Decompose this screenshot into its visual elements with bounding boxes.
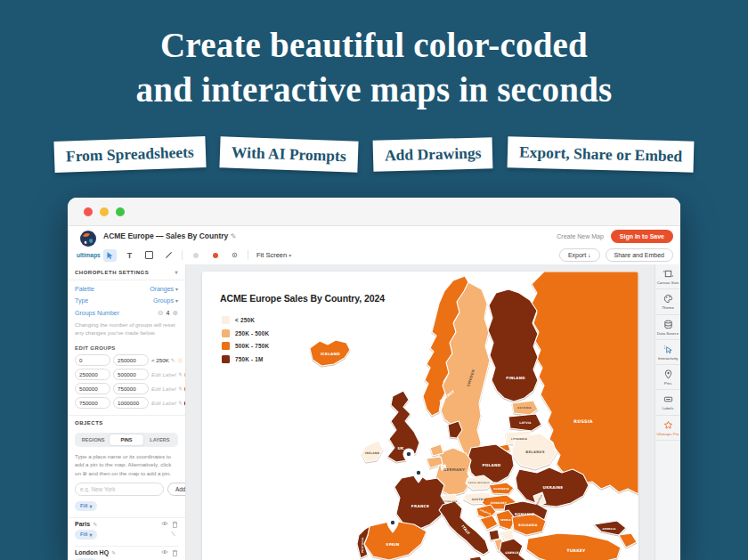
country-azerbaijan[interactable] (619, 533, 637, 548)
group-label[interactable]: < 250K ✎ (151, 357, 175, 363)
edit-label-icon: ✎ (177, 371, 182, 377)
eye-icon[interactable] (161, 521, 168, 526)
feature-badges: From Spreadsheets With AI Prompts Add Dr… (0, 139, 748, 170)
panel-item-pins[interactable]: Pins (655, 365, 680, 390)
eye-icon[interactable] (161, 549, 168, 555)
map-legend: < 250K 250K - 500K 500K - 750K 750K - 1M (222, 316, 269, 368)
panel-item-interactivity[interactable]: Interactivity (655, 340, 680, 365)
group-to-input[interactable] (113, 369, 149, 380)
zoom-window-button[interactable] (116, 207, 125, 216)
group-label[interactable]: Edit Label ✎ (151, 371, 182, 377)
toolbar-divider (182, 250, 183, 260)
chevron-down-icon: ▾ (289, 253, 291, 258)
canvas-size-icon (663, 269, 673, 279)
legend-item: 750K - 1M (222, 355, 269, 363)
map-card: ICELAND NORWAY SWEDEN FINLAND RUSSIA EST… (202, 272, 638, 560)
country-finland[interactable] (488, 289, 538, 402)
legend-item: 250K - 500K (222, 329, 269, 337)
select-tool-button[interactable] (103, 249, 117, 262)
trash-icon[interactable] (172, 549, 178, 556)
legend-swatch (222, 316, 230, 324)
text-tool-button[interactable]: T (123, 249, 136, 262)
country-bosnia[interactable] (480, 515, 498, 530)
group-from-input[interactable] (75, 397, 110, 409)
country-netherlands[interactable] (430, 444, 443, 456)
stroke-color-button[interactable] (189, 249, 202, 262)
svg-text:ROMANIA: ROMANIA (515, 512, 534, 516)
edit-pin-icon[interactable]: ✎ (111, 549, 116, 556)
pin-fill-chip[interactable]: Fill▾ (75, 530, 97, 540)
country-france[interactable] (394, 475, 446, 530)
share-and-embed-button[interactable]: Share and Embed (606, 248, 673, 262)
svg-text:TURKEY: TURKEY (566, 548, 586, 553)
hero-heading: Create beautiful color-coded and interac… (0, 23, 748, 112)
shape-tool-button[interactable] (142, 249, 156, 262)
country-montenegro[interactable] (489, 530, 500, 540)
group-label[interactable]: Edit Label ✎ (151, 400, 182, 406)
svg-text:AUSTRIA: AUSTRIA (472, 498, 487, 501)
fill-color-button[interactable] (208, 249, 222, 262)
fit-screen-dropdown[interactable]: Fit Screen ▾ (256, 251, 291, 259)
create-new-map-link[interactable]: Create New Map (557, 233, 604, 239)
panel-item-ultimaps-pro[interactable]: Ultimaps Pro (655, 416, 680, 441)
settings-tool-button[interactable] (228, 249, 241, 262)
group-from-input[interactable] (75, 383, 110, 394)
group-to-input[interactable] (113, 383, 149, 394)
palette-setting-row[interactable]: Palette Oranges ▾ (68, 283, 185, 295)
choropleth-settings-header[interactable]: CHOROPLETH SETTINGS ▾ (68, 264, 185, 280)
app-header: ultimaps ACME Europe — Sales By Country … (68, 226, 680, 265)
edit-pin-icon[interactable]: ✎ (93, 521, 97, 527)
group-row: Edit Label ✎ (68, 382, 185, 396)
group-from-input[interactable] (75, 354, 110, 366)
toolbar-divider (248, 250, 248, 260)
labels-icon (663, 394, 673, 404)
legend-swatch (222, 342, 230, 350)
svg-text:SERBIA: SERBIA (500, 519, 511, 522)
legend-item: < 250K (222, 316, 269, 324)
panel-item-data-source[interactable]: Data Source (655, 315, 680, 340)
minimize-window-button[interactable] (100, 207, 109, 216)
pin-london-hq[interactable] (403, 449, 414, 464)
sign-in-to-save-button[interactable]: Sign In to Save (611, 230, 673, 243)
decrement-groups-button[interactable]: ⊖ (158, 309, 164, 317)
country-greece[interactable] (500, 539, 528, 560)
type-setting-row[interactable]: Type Groups ▾ (68, 295, 185, 306)
pin-list-item: Paris ✎ Fill▾ (68, 518, 185, 547)
edit-label-icon: ✎ (171, 357, 175, 363)
panel-item-labels[interactable]: Labels (655, 390, 680, 415)
group-from-input[interactable] (75, 369, 110, 380)
europe-map[interactable]: ICELAND NORWAY SWEDEN FINLAND RUSSIA EST… (202, 272, 638, 560)
group-label[interactable]: Edit Label ✎ (151, 386, 182, 392)
group-color-swatch[interactable] (178, 358, 183, 363)
export-button[interactable]: Export ↓ (559, 248, 600, 262)
svg-text:SLOVAKIA: SLOVAKIA (493, 487, 509, 491)
tab-regions[interactable]: REGIONS (77, 434, 110, 445)
panel-item-theme[interactable]: Theme (655, 289, 680, 314)
svg-text:UK: UK (397, 446, 404, 450)
pin-name: London HQ (75, 549, 109, 556)
country-turkey[interactable] (526, 533, 621, 560)
edit-title-icon[interactable]: ✎ (231, 232, 237, 240)
tab-layers[interactable]: LAYERS (143, 434, 176, 445)
close-window-button[interactable] (84, 207, 93, 216)
groups-note: Changing the number of groups will reset… (68, 320, 185, 341)
add-pin-button[interactable]: Add (167, 483, 186, 496)
svg-text:LITHUANIA: LITHUANIA (511, 438, 527, 441)
group-to-input[interactable] (113, 354, 149, 366)
drawing-toolbar: T Fit (103, 248, 291, 263)
gear-icon (231, 251, 239, 259)
trash-icon[interactable] (172, 521, 178, 528)
badge-add-drawings: Add Drawings (372, 137, 492, 172)
ultimaps-logo[interactable]: ultimaps (77, 230, 100, 258)
panel-item-canvas-size[interactable]: Canvas Size (655, 264, 680, 289)
country-uk[interactable] (387, 391, 419, 462)
groups-number-value: 4 (166, 310, 169, 316)
tab-pins[interactable]: PINS (110, 434, 142, 445)
draw-tool-button[interactable] (162, 249, 175, 262)
pin-search-input[interactable] (75, 483, 164, 496)
default-fill-chip[interactable]: Fill▾ (75, 501, 97, 511)
pin-connector-icon[interactable] (170, 531, 176, 538)
increment-groups-button[interactable]: ⊕ (172, 309, 178, 317)
rectangle-icon (145, 251, 153, 259)
group-to-input[interactable] (113, 397, 149, 409)
